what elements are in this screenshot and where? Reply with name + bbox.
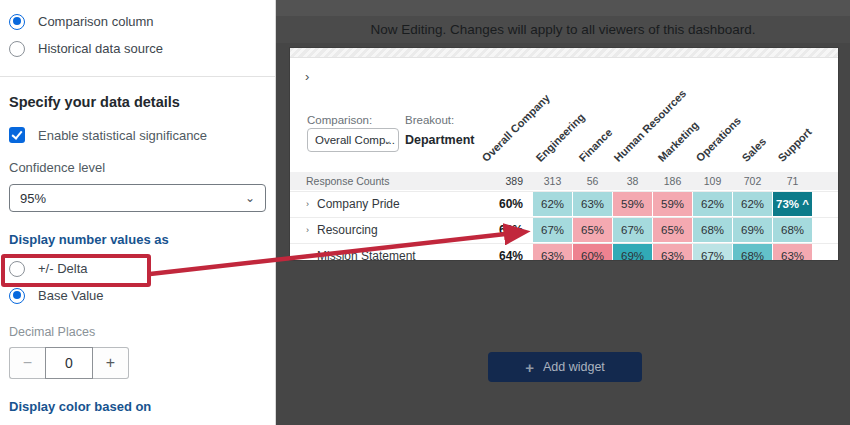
overall-value: 66% (480, 218, 532, 242)
add-widget-label: Add widget (543, 360, 605, 374)
heatmap-cell[interactable]: 67% (693, 244, 732, 260)
expand-panel-icon[interactable]: › (305, 70, 309, 83)
column-header-engineering: Engineering (534, 111, 587, 164)
response-counts-label: Response Counts (290, 172, 480, 190)
radio-selected-icon[interactable] (9, 288, 25, 304)
number-display-heading: Display number values as (0, 232, 275, 247)
column-header-finance: Finance (577, 126, 615, 164)
heatmap-grid: Response Counts 389 313 56 38 186 109 70… (290, 172, 838, 260)
chevron-right-icon[interactable]: › (306, 225, 309, 235)
row-expander[interactable]: › Resourcing (290, 218, 480, 242)
heatmap-cell[interactable]: 67% (613, 218, 652, 242)
section-heading: Specify your data details (0, 77, 275, 110)
row-label: Mission Statement (317, 249, 416, 260)
radio-historical-data-source-label: Historical data source (38, 41, 163, 56)
column-header-support: Support (776, 126, 814, 164)
decimal-places-value[interactable]: 0 (45, 347, 93, 379)
column-header-human-resources: Human Resources (612, 87, 689, 164)
heatmap-cell[interactable]: 62% (533, 192, 572, 216)
increment-button[interactable]: + (93, 347, 129, 379)
dashboard-editor-screen: Comparison column Historical data source… (0, 0, 850, 425)
radio-comparison-column-label: Comparison column (38, 14, 154, 29)
heatmap-cell[interactable]: 59% (653, 192, 692, 216)
heatmap-cell[interactable]: 62% (693, 192, 732, 216)
column-header-overall-company: Overall Company (480, 92, 552, 164)
plus-icon: + (525, 360, 534, 375)
radio-plus-minus-delta-label: +/- Delta (38, 261, 88, 276)
heatmap-cell[interactable]: 63% (773, 244, 812, 260)
color-display-heading: Display color based on (0, 399, 275, 414)
heatmap-cell[interactable]: 68% (773, 218, 812, 242)
radio-historical-data-source[interactable]: Historical data source (0, 35, 275, 62)
row-expander[interactable]: › Mission Statement (290, 244, 480, 260)
checkbox-statistical-significance-label: Enable statistical significance (38, 128, 207, 143)
add-widget-button[interactable]: + Add widget (488, 352, 642, 382)
response-count: 313 (533, 172, 572, 190)
row-label: Resourcing (317, 223, 378, 237)
column-header-sales: Sales (740, 135, 769, 164)
chevron-down-icon: ⌄ (245, 191, 255, 205)
overall-value: 60% (480, 192, 532, 216)
radio-base-value-label: Base Value (38, 288, 104, 303)
heatmap-cell[interactable]: 68% (693, 218, 732, 242)
breakout-value: Department (405, 133, 474, 147)
heatmap-cell[interactable]: 67% (533, 218, 572, 242)
chevron-right-icon[interactable]: › (306, 251, 309, 260)
response-count: 109 (693, 172, 732, 190)
table-row-resourcing: › Resourcing 66% 67% 65% 67% 65% 68% 69%… (290, 217, 838, 242)
heatmap-cell[interactable]: 59% (613, 192, 652, 216)
radio-unselected-icon[interactable] (9, 41, 25, 57)
confidence-level-value: 95% (20, 191, 46, 206)
chevron-down-icon: ⌄ (384, 135, 392, 146)
now-editing-banner: Now Editing. Changes will apply to all v… (276, 16, 850, 43)
heatmap-cell[interactable]: 69% (733, 218, 772, 242)
column-header-operations: Operations (694, 114, 744, 164)
heatmap-cell[interactable]: 63% (653, 244, 692, 260)
row-label: Company Pride (317, 197, 400, 211)
now-editing-banner-text: Now Editing. Changes will apply to all v… (371, 22, 756, 37)
heatmap-cell[interactable]: 68% (733, 244, 772, 260)
heatmap-cell[interactable]: 69% (613, 244, 652, 260)
comparison-heatmap-widget[interactable]: › Comparison: Overall Comp... ⌄ Breakout… (290, 48, 838, 260)
response-count: 38 (613, 172, 652, 190)
widget-drag-handle[interactable] (290, 48, 838, 58)
radio-base-value[interactable]: Base Value (0, 282, 275, 309)
table-row-mission-statement: › Mission Statement 64% 63% 60% 69% 63% … (290, 243, 838, 260)
decimal-places-stepper: − 0 + (9, 347, 275, 379)
radio-selected-icon[interactable] (9, 14, 25, 30)
column-header-marketing: Marketing (656, 119, 701, 164)
column-headers: Overall Company Engineering Finance Huma… (290, 48, 838, 172)
table-row-company-pride: › Company Pride 60% 62% 63% 59% 59% 62% … (290, 191, 838, 216)
heatmap-cell-significant[interactable]: 73% ^ (773, 192, 812, 216)
overall-value: 64% (480, 244, 532, 260)
checkbox-statistical-significance[interactable]: Enable statistical significance (0, 127, 275, 143)
chevron-right-icon[interactable]: › (306, 199, 309, 209)
response-count: 71 (773, 172, 812, 190)
decimal-places-label: Decimal Places (0, 325, 275, 339)
radio-comparison-column[interactable]: Comparison column (0, 8, 275, 35)
checkbox-checked-icon[interactable] (9, 127, 25, 143)
confidence-level-select[interactable]: 95% ⌄ (9, 184, 266, 212)
comparison-label: Comparison: (307, 114, 372, 126)
settings-sidebar: Comparison column Historical data source… (0, 0, 276, 425)
heatmap-cell[interactable]: 60% (573, 244, 612, 260)
breakout-label: Breakout: (405, 114, 454, 126)
response-count: 186 (653, 172, 692, 190)
confidence-level-label: Confidence level (0, 160, 275, 175)
response-count: 56 (573, 172, 612, 190)
heatmap-cell[interactable]: 62% (733, 192, 772, 216)
backdrop-top-strip (276, 0, 850, 16)
response-count-overall: 389 (480, 172, 532, 190)
decrement-button[interactable]: − (9, 347, 45, 379)
response-count: 702 (733, 172, 772, 190)
radio-unselected-icon[interactable] (9, 261, 25, 277)
heatmap-cell[interactable]: 63% (533, 244, 572, 260)
heatmap-cell[interactable]: 65% (573, 218, 612, 242)
radio-plus-minus-delta[interactable]: +/- Delta (0, 255, 275, 282)
heatmap-cell[interactable]: 65% (653, 218, 692, 242)
response-counts-row: Response Counts 389 313 56 38 186 109 70… (290, 172, 838, 190)
row-expander[interactable]: › Company Pride (290, 192, 480, 216)
heatmap-cell[interactable]: 63% (573, 192, 612, 216)
comparison-select[interactable]: Overall Comp... ⌄ (307, 128, 399, 152)
